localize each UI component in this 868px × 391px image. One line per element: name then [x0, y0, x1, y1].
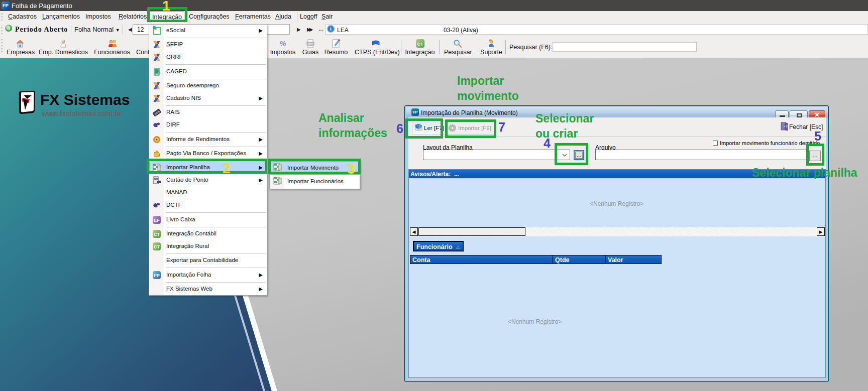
svg-text:FP: FP: [154, 273, 160, 278]
svg-text:CT: CT: [154, 232, 160, 237]
svg-text:%: %: [279, 39, 286, 48]
svg-text:CT: CT: [417, 42, 423, 47]
svg-text:CT: CT: [154, 244, 160, 249]
svg-text:i: i: [330, 26, 332, 32]
svg-text:EF: EF: [154, 218, 160, 223]
